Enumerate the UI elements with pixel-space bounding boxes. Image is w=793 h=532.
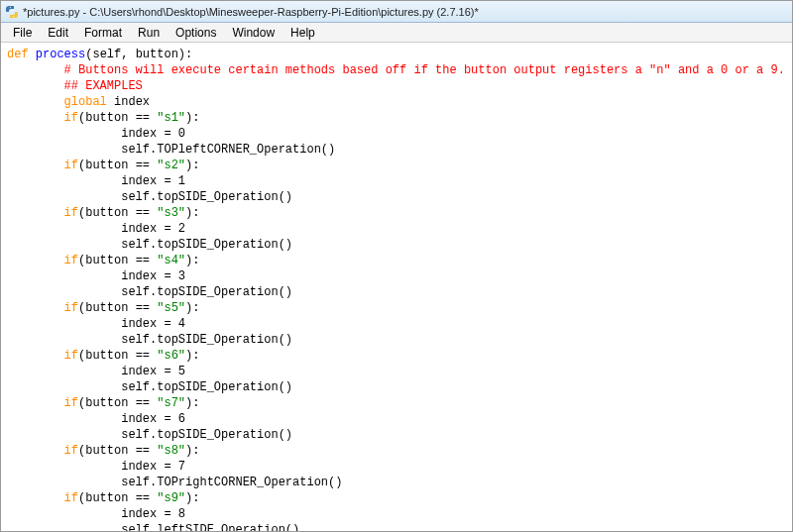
code-editor[interactable]: def process(self, button): # Buttons wil… bbox=[1, 43, 792, 531]
menu-run[interactable]: Run bbox=[130, 24, 168, 42]
svg-point-1 bbox=[13, 16, 14, 17]
titlebar: *pictures.py - C:\Users\rhond\Desktop\Mi… bbox=[1, 1, 792, 23]
menu-help[interactable]: Help bbox=[283, 24, 323, 42]
svg-point-0 bbox=[10, 6, 11, 7]
menubar: File Edit Format Run Options Window Help bbox=[1, 23, 792, 43]
window-title: *pictures.py - C:\Users\rhond\Desktop\Mi… bbox=[23, 6, 479, 18]
python-icon bbox=[5, 5, 19, 19]
menu-window[interactable]: Window bbox=[224, 24, 283, 42]
menu-options[interactable]: Options bbox=[168, 24, 224, 42]
menu-format[interactable]: Format bbox=[76, 24, 130, 42]
menu-file[interactable]: File bbox=[5, 24, 40, 42]
menu-edit[interactable]: Edit bbox=[40, 24, 76, 42]
